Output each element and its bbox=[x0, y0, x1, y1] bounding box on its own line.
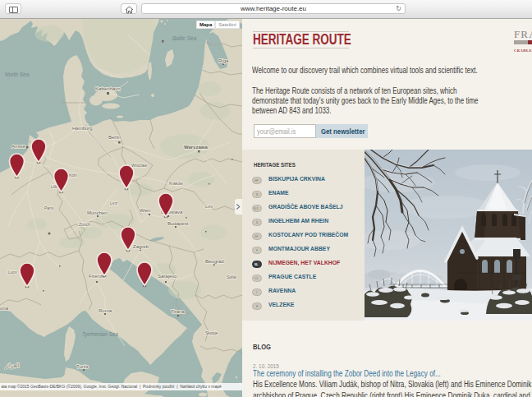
svg-text:Lyon: Lyon bbox=[8, 270, 17, 275]
svg-text:Tyrrhenian Sea: Tyrrhenian Sea bbox=[82, 331, 118, 338]
svg-text:Paris: Paris bbox=[44, 205, 54, 210]
svg-text:Warszawa: Warszawa bbox=[184, 145, 208, 150]
svg-text:Hamburg: Hamburg bbox=[72, 126, 93, 131]
svg-text:Berlin: Berlin bbox=[108, 135, 121, 140]
svg-text:Roma: Roma bbox=[99, 308, 112, 313]
svg-text:Sofia: Sofia bbox=[227, 275, 236, 279]
svg-text:Zagreb: Zagreb bbox=[133, 244, 149, 249]
svg-text:Tirana: Tirana bbox=[171, 309, 185, 314]
svg-text:Wroclaw: Wroclaw bbox=[131, 163, 147, 168]
svg-text:Sarajevo: Sarajevo bbox=[158, 274, 177, 279]
svg-text:Riga: Riga bbox=[218, 58, 229, 63]
svg-text:København: København bbox=[95, 86, 121, 91]
svg-text:North Sea: North Sea bbox=[5, 72, 30, 77]
svg-text:Krakow: Krakow bbox=[169, 181, 183, 186]
svg-text:Baltic Sea: Baltic Sea bbox=[172, 35, 197, 41]
svg-text:Wien: Wien bbox=[140, 208, 151, 213]
svg-text:Amste: Amste bbox=[11, 144, 26, 149]
svg-text:Zürich: Zürich bbox=[79, 222, 90, 227]
svg-text:Lviv: Lviv bbox=[205, 204, 213, 209]
svg-text:Beograd: Beograd bbox=[205, 259, 224, 264]
svg-text:München: München bbox=[87, 210, 108, 215]
svg-text:Linz: Linz bbox=[110, 201, 118, 205]
svg-text:Skopje: Skopje bbox=[205, 330, 218, 335]
svg-text:ona: ona bbox=[0, 306, 9, 311]
svg-text:الجزائر: الجزائر bbox=[4, 363, 20, 369]
svg-text:Köln: Köln bbox=[69, 173, 77, 178]
svg-text:Budapest: Budapest bbox=[167, 221, 189, 226]
svg-text:Tunis: Tunis bbox=[76, 364, 88, 369]
